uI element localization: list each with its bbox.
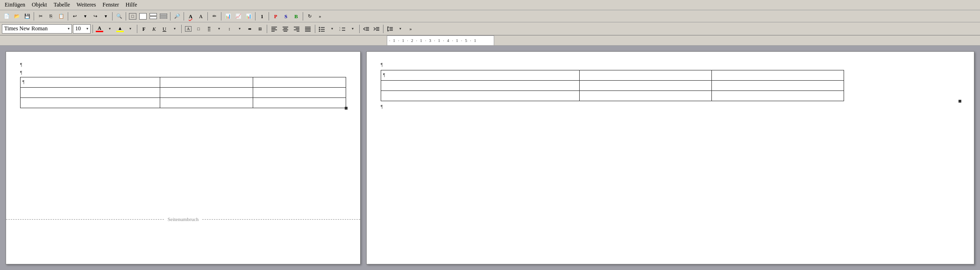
table-cell[interactable]: [580, 81, 712, 91]
view4-button[interactable]: [159, 12, 168, 21]
indent-button[interactable]: ⬌: [245, 24, 255, 34]
align-center-button[interactable]: [280, 24, 291, 34]
table-row: [381, 81, 844, 91]
bookmark-button[interactable]: B: [291, 12, 301, 21]
menu-objekt[interactable]: Objekt: [29, 0, 50, 9]
page-style-button[interactable]: P: [271, 12, 280, 21]
cut-button[interactable]: ✂: [36, 12, 45, 21]
redo-dropdown[interactable]: ▾: [101, 12, 110, 21]
separator5: [170, 12, 170, 21]
page-break-label: Seitenumbruch: [164, 216, 203, 222]
list-dropdown[interactable]: ▾: [327, 24, 337, 34]
highlight-icon: ▲: [116, 26, 124, 32]
table-cell[interactable]: ¶: [381, 70, 580, 81]
chart-button[interactable]: 📊: [223, 12, 233, 21]
separator1: [34, 12, 34, 21]
table-row: [381, 91, 844, 101]
justify-button[interactable]: [303, 24, 313, 34]
table-cell[interactable]: [21, 98, 160, 108]
table-cell[interactable]: [21, 88, 160, 98]
undo-dropdown[interactable]: ▾: [80, 12, 90, 21]
frame-button[interactable]: □: [194, 24, 203, 34]
font-name-selector[interactable]: Times New Roman ▾: [2, 24, 72, 34]
paragraph-spacing-dropdown[interactable]: ▾: [396, 24, 405, 34]
menu-hilfe[interactable]: Hilfe: [123, 0, 140, 9]
separator-fmt6: [359, 25, 360, 33]
redo-button[interactable]: ↪: [91, 12, 100, 21]
table-cell[interactable]: [712, 91, 844, 101]
left-table: ¶: [20, 77, 346, 108]
columns-button[interactable]: ⣿: [204, 24, 213, 34]
auto-correct-button[interactable]: A: [196, 12, 206, 21]
chart2-button[interactable]: 📈: [234, 12, 243, 21]
table-cell[interactable]: [580, 70, 712, 81]
find-button[interactable]: 🔍: [114, 12, 124, 21]
new-button[interactable]: 📄: [2, 12, 11, 21]
font-color-dropdown[interactable]: ▾: [105, 24, 114, 34]
page-break-line-left: [6, 219, 164, 220]
menu-tabelle[interactable]: Tabelle: [51, 0, 73, 9]
chart3-button[interactable]: 📊: [244, 12, 253, 21]
menu-weiteres[interactable]: Weiteres: [74, 0, 99, 9]
save-button[interactable]: 💾: [22, 12, 32, 21]
bold-button[interactable]: F: [139, 24, 149, 34]
font-size-box[interactable]: 10 ▾: [73, 24, 91, 34]
underline-dropdown[interactable]: ▾: [170, 24, 179, 34]
ordered-list-icon: 1. 2.: [339, 26, 346, 32]
right-table-resize-handle[interactable]: [959, 100, 961, 103]
paragraph-spacing-button[interactable]: [385, 24, 395, 34]
decrease-indent-button[interactable]: [362, 24, 371, 34]
table-cell[interactable]: ¶: [21, 77, 160, 88]
view1-button[interactable]: □: [128, 12, 137, 21]
underline-button[interactable]: U: [160, 24, 169, 34]
table-cell[interactable]: [160, 88, 253, 98]
spacing-dropdown[interactable]: ▾: [235, 24, 244, 34]
table-cell[interactable]: [253, 98, 346, 108]
highlight-dropdown[interactable]: ▾: [126, 24, 135, 34]
view3-button[interactable]: [149, 12, 158, 21]
textbox-button[interactable]: A: [184, 24, 193, 34]
decrease-indent-icon: [363, 26, 369, 32]
spellcheck-button[interactable]: A: [186, 12, 195, 21]
table-cell[interactable]: [712, 81, 844, 91]
zoom-button[interactable]: 🔎: [172, 12, 182, 21]
font-name-box[interactable]: Times New Roman ▾: [2, 24, 72, 34]
styles-button[interactable]: S: [281, 12, 291, 21]
spacing-button[interactable]: ↕: [225, 24, 234, 34]
more-button[interactable]: »: [315, 12, 325, 21]
ordered-list-button[interactable]: 1. 2.: [338, 24, 347, 34]
table-cell[interactable]: [580, 91, 712, 101]
align-right-button[interactable]: [291, 24, 302, 34]
table-cell[interactable]: [712, 70, 844, 81]
menu-fenster[interactable]: Fenster: [100, 0, 122, 9]
align-left-button[interactable]: [269, 24, 279, 34]
table-cell[interactable]: [381, 91, 580, 101]
menu-einfuegen[interactable]: Einfügen: [2, 0, 28, 9]
font-color-button[interactable]: A: [95, 24, 104, 34]
table-cell[interactable]: [253, 88, 346, 98]
separator-fmt2: [137, 25, 137, 33]
table-cell[interactable]: [160, 77, 253, 88]
numbering-button[interactable]: 1: [257, 12, 267, 21]
view2-button[interactable]: [138, 12, 148, 21]
table-insert-button[interactable]: ⊞: [256, 24, 265, 34]
separator-fmt5: [315, 25, 315, 33]
unordered-list-button[interactable]: [317, 24, 327, 34]
table-cell[interactable]: [253, 77, 346, 88]
increase-indent-button[interactable]: [372, 24, 381, 34]
paste-button[interactable]: 📋: [57, 12, 66, 21]
draw-button[interactable]: ✏: [210, 12, 219, 21]
table-resize-handle[interactable]: [345, 107, 348, 110]
undo-button[interactable]: ↩: [70, 12, 79, 21]
refresh-button[interactable]: ↻: [305, 12, 314, 21]
more-fmt-button[interactable]: »: [406, 24, 415, 34]
open-button[interactable]: 📂: [12, 12, 21, 21]
table-cell[interactable]: [381, 81, 580, 91]
table-cell[interactable]: [160, 98, 253, 108]
highlight-button[interactable]: ▲: [115, 24, 125, 34]
columns-dropdown[interactable]: ▾: [214, 24, 224, 34]
italic-button[interactable]: K: [149, 24, 159, 34]
ordered-list-dropdown[interactable]: ▾: [348, 24, 357, 34]
ruler: · 1 · 1 · 2 · 1 · 3 · 1 · 4 · 1 · 5 · 1: [387, 35, 494, 46]
copy-button[interactable]: ⎘: [46, 12, 56, 21]
